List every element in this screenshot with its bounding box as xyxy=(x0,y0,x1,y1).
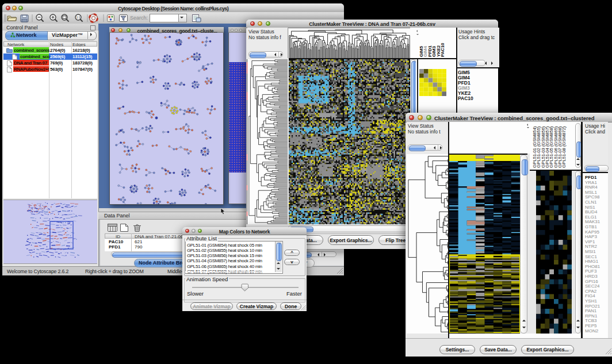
svg-text:1:1: 1:1 xyxy=(76,16,81,19)
